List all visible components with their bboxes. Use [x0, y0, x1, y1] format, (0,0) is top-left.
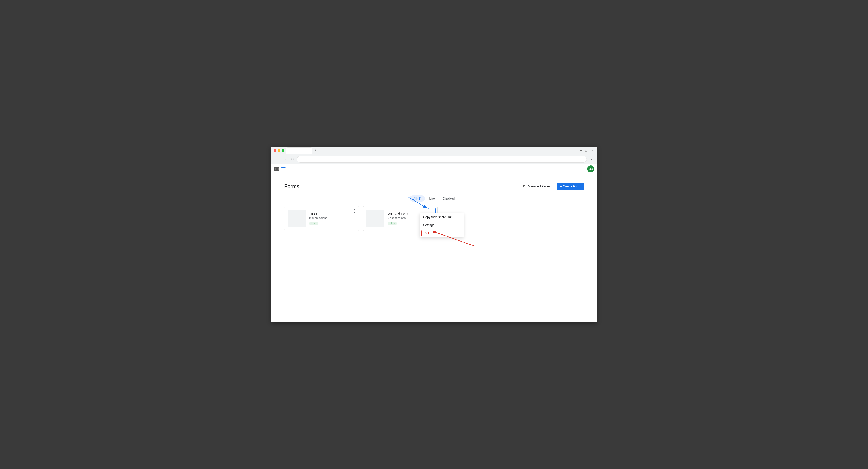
managed-pages-button[interactable]: Managed Pages — [519, 182, 554, 190]
forms-grid: TEST 0 submissions Live ⋮ Unmand Form 0 … — [284, 206, 584, 231]
form-thumbnail-unmand — [366, 210, 384, 227]
close-button[interactable]: ✕ — [590, 148, 594, 153]
main-content: Forms Managed Pages + Create Form All (2… — [271, 174, 597, 323]
form-status-unmand: Live — [388, 222, 397, 226]
filter-tab-all[interactable]: All (2) — [410, 195, 425, 201]
user-avatar[interactable]: BB — [587, 165, 594, 172]
context-menu-delete[interactable]: Delete — [422, 230, 462, 236]
form-thumbnail-test — [288, 210, 306, 227]
close-window-button[interactable] — [274, 149, 276, 152]
app-logo-icon[interactable] — [281, 167, 286, 170]
minimize-window-button[interactable] — [278, 149, 280, 152]
form-status-test: Live — [309, 222, 318, 226]
managed-pages-icon — [523, 185, 526, 188]
window-controls — [274, 149, 284, 152]
back-button[interactable]: ← — [274, 157, 280, 162]
page-title: Forms — [284, 183, 299, 190]
forms-actions: Managed Pages + Create Form — [519, 182, 584, 190]
form-name-test: TEST — [309, 212, 355, 215]
title-bar: + − □ ✕ — [271, 146, 597, 155]
form-info-test: TEST 0 submissions Live — [309, 212, 355, 226]
address-bar[interactable] — [297, 156, 587, 163]
form-card-unmand[interactable]: Unmand Form 0 submissions Live ⋮ — [363, 206, 437, 231]
nav-bar: ← → ↻ ⋮ — [271, 155, 597, 164]
browser-window: + − □ ✕ ← → ↻ ⋮ BB Fo — [271, 146, 597, 323]
browser-more-button[interactable]: ⋮ — [589, 156, 594, 163]
forward-button[interactable]: → — [282, 157, 288, 162]
form-menu-button-test[interactable]: ⋮ — [351, 208, 357, 213]
apps-icon[interactable] — [274, 167, 279, 171]
context-menu-settings[interactable]: Settings — [420, 221, 464, 229]
browser-tab[interactable] — [286, 147, 312, 154]
managed-pages-label: Managed Pages — [528, 185, 550, 188]
create-form-button[interactable]: + Create Form — [557, 183, 584, 190]
maximize-button[interactable]: □ — [585, 148, 588, 153]
maximize-window-button[interactable] — [282, 149, 284, 152]
filter-tabs: All (2) Live Disabled — [284, 195, 584, 201]
context-menu-copy-link[interactable]: Copy form share link — [420, 213, 464, 221]
title-bar-right: − □ ✕ — [579, 148, 594, 153]
form-menu-button-unmand[interactable]: ⋮ — [428, 208, 436, 213]
reload-button[interactable]: ↻ — [289, 156, 295, 162]
tab-bar: + — [286, 147, 577, 154]
form-submissions-test: 0 submissions — [309, 216, 355, 220]
app-toolbar: BB — [271, 164, 597, 174]
minimize-button[interactable]: − — [579, 148, 583, 153]
context-menu: Copy form share link Settings Delete — [420, 213, 464, 237]
filter-tab-live[interactable]: Live — [426, 195, 438, 201]
new-tab-button[interactable]: + — [312, 147, 319, 154]
app-toolbar-right: BB — [587, 165, 594, 172]
filter-tab-disabled[interactable]: Disabled — [439, 195, 458, 201]
forms-header: Forms Managed Pages + Create Form — [284, 182, 584, 190]
form-card-test[interactable]: TEST 0 submissions Live ⋮ — [284, 206, 359, 231]
